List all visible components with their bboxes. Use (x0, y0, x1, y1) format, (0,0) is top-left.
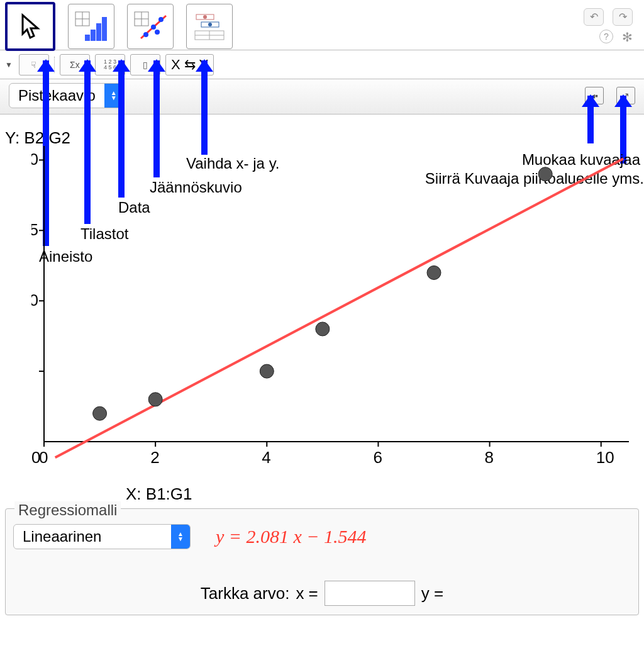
svg-text:8: 8 (485, 448, 494, 467)
svg-point-16 (203, 15, 207, 19)
exact-y-label: y = (421, 584, 443, 603)
two-var-tool-button[interactable] (127, 4, 174, 49)
chart-area: Y: B2:G2 Aineisto Tilastot Data Jäännösk… (0, 115, 644, 505)
svg-point-48 (260, 364, 274, 378)
svg-point-18 (208, 23, 212, 26)
collapse-icon[interactable]: ▼ (5, 60, 13, 69)
redo-icon: ↷ (619, 11, 627, 23)
regression-model-label: Lineaarinen (14, 528, 171, 545)
svg-point-46 (93, 406, 107, 420)
svg-text:4: 4 (262, 448, 270, 467)
undo-button[interactable]: ↶ (584, 8, 604, 26)
settings-icon[interactable]: ✻ (622, 30, 633, 45)
split-icon: ▯ (143, 60, 148, 70)
svg-point-49 (316, 322, 330, 336)
scatter-plot[interactable]: 024681051015200 (31, 140, 635, 467)
svg-text:20: 20 (31, 150, 38, 169)
svg-rect-4 (96, 23, 101, 41)
exact-x-label: x = (296, 584, 318, 603)
svg-point-50 (427, 265, 441, 279)
svg-text:6: 6 (373, 448, 382, 467)
svg-rect-3 (91, 30, 96, 41)
pointer-tool-button[interactable] (5, 2, 55, 51)
chevron-updown-icon: ▲▼ (171, 525, 190, 549)
multi-var-tool-button[interactable] (186, 4, 233, 49)
svg-point-11 (143, 32, 148, 37)
svg-text:15: 15 (31, 220, 38, 239)
svg-text:10: 10 (596, 448, 614, 467)
svg-text:10: 10 (31, 291, 38, 310)
x-axis-label: X: B1:G1 (126, 484, 192, 504)
help-icon[interactable]: ? (599, 30, 613, 43)
svg-point-47 (148, 393, 162, 406)
svg-point-51 (538, 167, 552, 181)
exact-x-input[interactable] (325, 581, 415, 606)
chart-type-row: Pistekaavio ▲▼ ◂▪ ↗ (0, 79, 644, 115)
svg-text:0: 0 (31, 448, 40, 467)
exact-label: Tarkka arvo: (201, 584, 290, 603)
main-toolbar: ↶ ↷ ? ✻ (0, 0, 644, 50)
regression-model-dropdown[interactable]: Lineaarinen ▲▼ (13, 524, 191, 549)
regression-equation: y = 2.081 x − 1.544 (216, 526, 367, 547)
svg-point-12 (151, 25, 156, 30)
top-right-controls: ↶ ↷ ? ✻ (584, 8, 639, 45)
chart-type-dropdown[interactable]: Pistekaavio ▲▼ (9, 83, 124, 108)
hand-icon: ☟ (31, 60, 36, 70)
redo-button[interactable]: ↷ (613, 8, 633, 26)
secondary-toolbar: ▼ ☟ Σx 1 2 34 5 6 ▯ X ⇆ Y (0, 50, 644, 79)
exact-value-group: Tarkka arvo: x = y = (13, 581, 631, 606)
svg-rect-5 (102, 17, 107, 41)
arrow-muokkaa (587, 96, 594, 143)
svg-text:2: 2 (150, 448, 159, 467)
regression-panel: Regressiomalli Lineaarinen ▲▼ y = 2.081 … (5, 508, 639, 615)
svg-line-45 (55, 159, 623, 457)
undo-icon: ↶ (590, 11, 598, 23)
regression-title: Regressiomalli (14, 501, 121, 519)
svg-point-13 (158, 17, 164, 22)
one-var-tool-button[interactable] (68, 4, 114, 49)
svg-point-14 (155, 30, 160, 35)
svg-rect-6 (85, 35, 90, 41)
